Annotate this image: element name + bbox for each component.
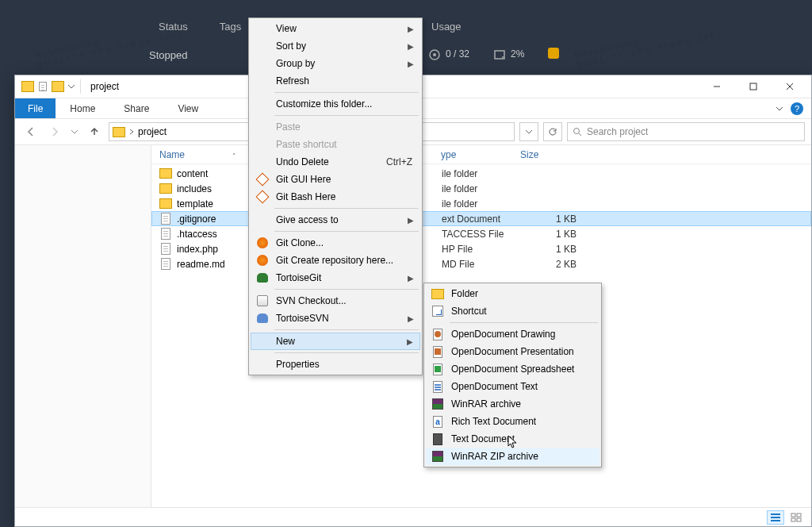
new-submenu: Folder Shortcut OpenDocument Drawing Ope… [423, 283, 602, 467]
view-icons-button[interactable] [787, 510, 805, 525]
history-button[interactable] [69, 122, 80, 141]
svg-point-1 [433, 53, 436, 56]
ctx-properties[interactable]: Properties [251, 356, 420, 373]
ctx-paste-shortcut: Paste shortcut [251, 136, 420, 153]
new-rtf[interactable]: Rich Text Document [426, 413, 599, 430]
file-size: 1 KB [521, 244, 576, 255]
ctx-tortoisesvn[interactable]: TortoiseSVN▶ [251, 310, 420, 327]
new-od-presentation[interactable]: OpenDocument Presentation [426, 343, 599, 360]
rar-icon [431, 397, 445, 411]
ctx-git-create[interactable]: Git Create repository here... [251, 252, 420, 269]
git-icon [255, 253, 270, 267]
close-button[interactable] [772, 75, 808, 98]
presentation-icon [431, 344, 445, 359]
ribbon-view[interactable]: View [163, 98, 213, 118]
folder-icon [113, 127, 125, 137]
minimize-button[interactable] [699, 75, 735, 98]
svg-rect-12 [797, 518, 801, 521]
forward-button[interactable] [45, 122, 64, 141]
help-icon[interactable]: ? [791, 102, 803, 115]
tab-status[interactable]: Status [159, 21, 188, 33]
ctx-groupby[interactable]: Group by▶ [251, 55, 420, 72]
svg-rect-7 [771, 517, 780, 518]
svg-rect-10 [797, 514, 801, 517]
ctx-tortoisegit[interactable]: TortoiseGit▶ [251, 269, 420, 287]
folder-icon [159, 198, 172, 210]
new-od-drawing[interactable]: OpenDocument Drawing [426, 325, 599, 343]
ribbon-home[interactable]: Home [56, 98, 109, 118]
file-type: ile folder [442, 183, 521, 194]
file-type: MD File [442, 259, 521, 270]
nav-pane[interactable] [15, 145, 151, 507]
tab-tags[interactable]: Tags [220, 21, 241, 33]
coin-icon [548, 48, 559, 61]
ctx-sortby[interactable]: Sort by▶ [251, 37, 420, 55]
svg-point-3 [502, 56, 504, 58]
git-icon [255, 190, 270, 204]
chevron-right-icon [128, 129, 135, 135]
chevron-down-icon[interactable] [67, 83, 75, 90]
separator [274, 329, 419, 330]
ctx-git-bash[interactable]: Git Bash Here [251, 188, 420, 206]
svg-rect-11 [791, 518, 795, 521]
new-txt[interactable]: Text Document [426, 430, 599, 448]
svn-icon [255, 294, 270, 308]
search-box[interactable]: Search project [567, 122, 805, 141]
refresh-button[interactable] [543, 122, 562, 141]
divider [80, 79, 81, 94]
ctx-view[interactable]: View▶ [251, 20, 420, 37]
git-icon [255, 236, 270, 250]
cpu-icon [428, 48, 441, 61]
file-icon [159, 229, 172, 240]
odt-icon [431, 379, 445, 394]
context-menu: View▶ Sort by▶ Group by▶ Refresh Customi… [248, 17, 423, 375]
file-type: ile folder [442, 168, 521, 179]
shortcut-icon [431, 304, 445, 318]
col-name[interactable]: Name [159, 149, 185, 160]
col-size[interactable]: Size [520, 149, 584, 160]
file-small-icon [39, 82, 47, 91]
breadcrumb[interactable]: project [138, 126, 167, 137]
disk-icon [493, 48, 506, 61]
new-folder[interactable]: Folder [426, 285, 599, 302]
file-icon [159, 244, 172, 255]
chevron-down-icon[interactable] [775, 104, 784, 113]
col-type[interactable]: ype [441, 149, 520, 160]
ribbon-share[interactable]: Share [109, 98, 163, 118]
up-button[interactable] [85, 122, 104, 141]
ctx-undo-delete[interactable]: Undo DeleteCtrl+Z [251, 153, 420, 171]
address-dropdown[interactable] [519, 122, 538, 141]
cpu-metric: 0 / 32 [428, 48, 469, 61]
new-winrar[interactable]: WinRAR archive [426, 395, 599, 413]
folder-icon [21, 81, 34, 92]
ctx-give-access[interactable]: Give access to▶ [251, 211, 420, 229]
new-shortcut[interactable]: Shortcut [426, 302, 599, 320]
file-type: ile folder [442, 198, 521, 210]
folder-icon [159, 168, 172, 179]
file-size: 1 KB [521, 229, 576, 240]
view-details-button[interactable] [767, 510, 784, 525]
ctx-git-clone[interactable]: Git Clone... [251, 234, 420, 252]
file-size: 1 KB [521, 213, 576, 225]
svg-rect-9 [791, 514, 795, 517]
ribbon-file[interactable]: File [15, 98, 56, 118]
ctx-svn-checkout[interactable]: SVN Checkout... [251, 292, 420, 310]
ctx-git-gui[interactable]: Git GUI Here [251, 171, 420, 188]
new-od-spreadsheet[interactable]: OpenDocument Spreadsheet [426, 360, 599, 378]
rtf-icon [431, 414, 445, 429]
ctx-refresh[interactable]: Refresh [251, 72, 420, 90]
back-button[interactable] [21, 122, 40, 141]
file-icon [159, 259, 172, 270]
separator [274, 115, 419, 116]
status-bar [15, 507, 811, 526]
ctx-new[interactable]: New▶ [251, 333, 420, 350]
separator [274, 208, 419, 209]
spreadsheet-icon [431, 362, 445, 376]
maximize-button[interactable] [735, 75, 772, 98]
new-zip[interactable]: WinRAR ZIP archive [426, 448, 599, 465]
separator [450, 322, 598, 323]
search-icon [573, 127, 582, 137]
drawing-icon [431, 327, 445, 341]
new-od-text[interactable]: OpenDocument Text [426, 378, 599, 395]
ctx-customize[interactable]: Customize this folder... [251, 95, 420, 113]
